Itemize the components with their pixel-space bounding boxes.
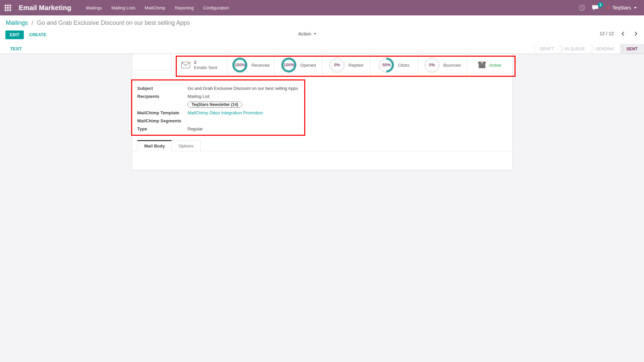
pager-previous-icon[interactable] bbox=[622, 32, 626, 36]
replied-label: Replied bbox=[348, 63, 363, 68]
field-row-mailchimp-template: MailChimp Template MailChimp Odoo Integr… bbox=[137, 109, 372, 117]
menu-item-mailchimp[interactable]: MailChimp bbox=[140, 0, 170, 15]
received-percent: 100% bbox=[232, 57, 248, 73]
menu-item-mailing-lists[interactable]: Mailing Lists bbox=[107, 0, 140, 15]
apps-menu-button[interactable] bbox=[0, 0, 15, 15]
received-label: Received bbox=[251, 63, 269, 68]
pager: 12 / 12 bbox=[599, 31, 637, 36]
menu-item-reporting[interactable]: Reporting bbox=[170, 0, 198, 15]
app-title[interactable]: Email Marketing bbox=[19, 4, 71, 12]
breadcrumb-mailings-link[interactable]: Mailings bbox=[6, 19, 28, 26]
type-label: Type bbox=[137, 126, 187, 131]
message-count-badge: 1 bbox=[598, 2, 603, 7]
envelope-icon bbox=[181, 62, 190, 68]
field-row-type: Type Regular bbox=[137, 125, 372, 133]
subject-value: Go and Grab Exclusive Discount on our be… bbox=[187, 86, 298, 91]
chevron-down-icon bbox=[634, 7, 637, 9]
chevron-down-icon bbox=[314, 33, 316, 35]
mailchimp-template-label: MailChimp Template bbox=[137, 110, 187, 115]
messages-icon[interactable]: 1 bbox=[592, 5, 599, 11]
active-archive-button[interactable]: Active bbox=[467, 54, 513, 76]
edit-button[interactable]: EDIT bbox=[5, 31, 24, 39]
bounced-progress-ring: 0% bbox=[424, 57, 440, 73]
received-progress-ring: 100% bbox=[232, 57, 248, 73]
clicks-progress-ring: 50% bbox=[379, 57, 394, 73]
type-value: Regular bbox=[187, 126, 203, 131]
stat-emails-sent-button[interactable]: 2 Emails Sent bbox=[171, 54, 227, 76]
replied-percent: 0% bbox=[329, 57, 345, 73]
status-stages: DRAFT IN QUEUE SENDING SENT bbox=[534, 44, 644, 54]
stat-bounced-button[interactable]: 0% Bounced bbox=[418, 54, 467, 76]
opened-progress-ring: 100% bbox=[281, 57, 297, 73]
recipients-label: Recipients bbox=[137, 94, 187, 99]
mailing-list-tag: TeqStars Newsletter (14) bbox=[187, 102, 242, 108]
pager-value: 12 / 12 bbox=[599, 31, 614, 36]
active-label: Active bbox=[489, 63, 501, 68]
main-menu: Mailings Mailing Lists MailChimp Reporti… bbox=[81, 0, 233, 15]
pager-next-icon[interactable] bbox=[633, 32, 637, 36]
opened-label: Opened bbox=[300, 63, 316, 68]
statusbar: TEST DRAFT IN QUEUE SENDING SENT bbox=[0, 44, 644, 54]
topbar-right: 1 ★ TeqStars bbox=[579, 4, 644, 11]
action-label: Action bbox=[298, 31, 311, 37]
form-sheet: 2 Emails Sent 100% Received 100% Opened bbox=[132, 54, 513, 170]
tab-mail-body[interactable]: Mail Body bbox=[137, 140, 172, 151]
notebook-tabs: Mail Body Options bbox=[132, 140, 513, 151]
apps-grid-icon bbox=[5, 5, 11, 11]
action-dropdown[interactable]: Action bbox=[298, 31, 316, 37]
control-panel: Mailings / Go and Grab Exclusive Discoun… bbox=[0, 15, 644, 44]
activities-clock-icon[interactable] bbox=[579, 4, 585, 11]
form-view-background: 2 Emails Sent 100% Received 100% Opened bbox=[0, 54, 644, 362]
emails-sent-value: 2 bbox=[194, 60, 217, 65]
stat-replied-button[interactable]: 0% Replied bbox=[322, 54, 370, 76]
bounced-percent: 0% bbox=[424, 57, 440, 73]
form-fields: Subject Go and Grab Exclusive Discount o… bbox=[137, 84, 372, 133]
user-name: TeqStars bbox=[612, 5, 631, 10]
bounced-label: Bounced bbox=[443, 63, 461, 68]
test-button[interactable]: TEST bbox=[10, 46, 22, 51]
stat-buttons-row: 2 Emails Sent 100% Received 100% Opened bbox=[171, 54, 513, 76]
user-avatar-icon: ★ bbox=[606, 6, 610, 10]
top-navbar: Email Marketing Mailings Mailing Lists M… bbox=[0, 0, 644, 15]
clicks-label: Clicks bbox=[398, 63, 410, 68]
stat-opened-button[interactable]: 100% Opened bbox=[274, 54, 322, 76]
clicks-percent: 50% bbox=[379, 57, 394, 73]
create-button[interactable]: CREATE bbox=[29, 33, 46, 37]
stat-received-button[interactable]: 100% Received bbox=[227, 54, 274, 76]
archive-box-icon bbox=[478, 62, 486, 68]
tab-options[interactable]: Options bbox=[172, 140, 201, 151]
recipients-value: Mailing List bbox=[187, 94, 209, 99]
breadcrumb-separator: / bbox=[32, 19, 33, 26]
menu-item-mailings[interactable]: Mailings bbox=[81, 0, 107, 15]
breadcrumb: Mailings / Go and Grab Exclusive Discoun… bbox=[0, 15, 644, 26]
field-row-recipients: Recipients Mailing List bbox=[137, 92, 372, 100]
control-buttons-row: EDIT CREATE Action 12 / 12 bbox=[0, 29, 644, 43]
mailchimp-segments-label: MailChimp Segments bbox=[137, 118, 187, 123]
buttonbox-spacer bbox=[132, 54, 171, 70]
emails-sent-label: Emails Sent bbox=[194, 65, 217, 70]
stat-clicks-button[interactable]: 50% Clicks bbox=[370, 54, 418, 76]
menu-item-configuration[interactable]: Configuration bbox=[198, 0, 233, 15]
breadcrumb-current: Go and Grab Exclusive Discount on our be… bbox=[37, 19, 190, 26]
mailchimp-template-link[interactable]: MailChimp Odoo Integration Promotion bbox=[187, 110, 263, 115]
replied-progress-ring: 0% bbox=[329, 57, 345, 73]
field-row-subject: Subject Go and Grab Exclusive Discount o… bbox=[137, 84, 372, 92]
field-row-mailing-list-tag: TeqStars Newsletter (14) bbox=[137, 100, 372, 109]
subject-label: Subject bbox=[137, 86, 187, 91]
user-menu[interactable]: ★ TeqStars bbox=[606, 5, 637, 10]
opened-percent: 100% bbox=[281, 57, 297, 73]
field-row-mailchimp-segments: MailChimp Segments bbox=[137, 117, 372, 125]
